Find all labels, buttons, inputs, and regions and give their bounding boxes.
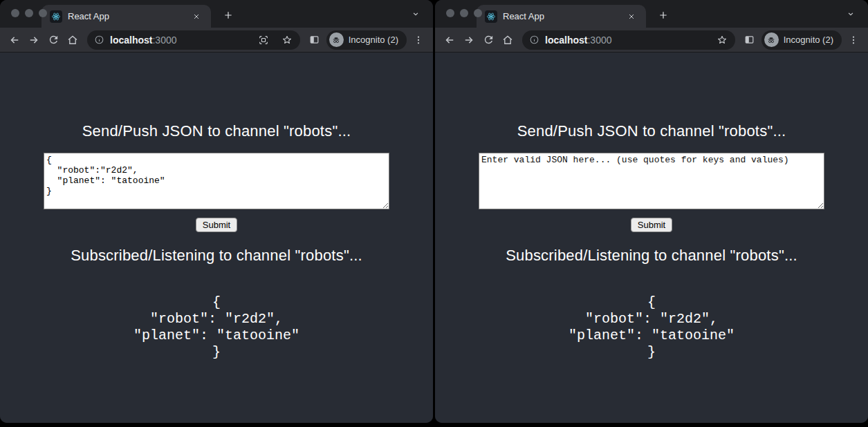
tab-close-button[interactable] xyxy=(189,9,204,24)
star-icon xyxy=(717,35,728,46)
side-panel-icon xyxy=(308,34,320,46)
listen-heading: Subscribed/Listening to channel "robots"… xyxy=(435,247,868,265)
tab-title: React App xyxy=(503,11,618,21)
window-minimize-button[interactable] xyxy=(25,9,33,17)
reload-button[interactable] xyxy=(479,31,497,49)
site-info-icon[interactable] xyxy=(529,35,539,45)
window-close-button[interactable] xyxy=(11,9,19,17)
home-button[interactable] xyxy=(499,31,517,49)
home-icon xyxy=(501,34,514,46)
window-minimize-button[interactable] xyxy=(460,9,468,17)
incognito-avatar xyxy=(329,32,344,47)
back-icon xyxy=(8,34,21,46)
submit-button[interactable]: Submit xyxy=(631,218,672,232)
menu-button[interactable] xyxy=(844,31,862,49)
reload-button[interactable] xyxy=(44,31,62,49)
incognito-badge[interactable]: Incognito (2) xyxy=(761,30,842,50)
address-bar[interactable]: localhost:3000 xyxy=(87,30,300,50)
traffic-lights xyxy=(11,9,47,17)
url-text[interactable]: localhost:3000 xyxy=(110,35,249,46)
send-heading: Send/Push JSON to channel "robots"... xyxy=(0,122,433,140)
json-output: { "robot": "r2d2", "planet": "tatooine" … xyxy=(435,294,868,361)
site-info-icon[interactable] xyxy=(94,35,104,45)
menu-button[interactable] xyxy=(409,31,427,49)
output-line: "planet": "tatooine" xyxy=(435,328,868,344)
page-content: Send/Push JSON to channel "robots"... Su… xyxy=(435,53,868,423)
forward-icon xyxy=(28,34,40,46)
back-button[interactable] xyxy=(6,31,24,49)
tab-strip: React App xyxy=(0,0,433,28)
url-host: localhost xyxy=(545,35,587,46)
reload-icon xyxy=(48,34,59,46)
close-icon xyxy=(192,12,201,21)
json-output: { "robot": "r2d2", "planet": "tatooine" … xyxy=(0,294,433,361)
forward-icon xyxy=(463,34,475,46)
submit-button[interactable]: Submit xyxy=(196,218,237,232)
bookmark-star-button[interactable] xyxy=(713,31,731,49)
tab-search-button[interactable] xyxy=(842,5,860,23)
star-icon xyxy=(281,35,293,46)
back-button[interactable] xyxy=(441,31,459,49)
react-logo-icon xyxy=(485,10,497,23)
output-line: { xyxy=(0,294,433,311)
back-icon xyxy=(443,34,456,46)
page-content: Send/Push JSON to channel "robots"... { … xyxy=(0,53,433,423)
browser-tab[interactable]: React App xyxy=(41,5,211,28)
react-logo-icon xyxy=(50,10,62,23)
output-line: { xyxy=(435,294,868,311)
listen-heading: Subscribed/Listening to channel "robots"… xyxy=(0,247,433,265)
incognito-label: Incognito (2) xyxy=(349,35,398,45)
close-icon xyxy=(627,12,636,21)
json-input[interactable] xyxy=(479,153,824,209)
traffic-lights xyxy=(446,9,482,17)
output-line: "robot": "r2d2", xyxy=(435,311,868,328)
url-port: :3000 xyxy=(152,35,176,46)
capture-region-icon xyxy=(258,35,269,46)
side-panel-button[interactable] xyxy=(306,31,324,49)
side-panel-button[interactable] xyxy=(741,31,759,49)
browser-window-right: React App xyxy=(435,0,868,423)
url-host: localhost xyxy=(110,35,152,46)
tab-search-button[interactable] xyxy=(407,5,425,23)
json-input[interactable]: { "robot":"r2d2", "planet": "tatooine" } xyxy=(44,153,389,209)
reload-icon xyxy=(483,34,495,46)
url-text[interactable]: localhost:3000 xyxy=(545,35,708,46)
kebab-menu-icon xyxy=(413,35,424,46)
tab-strip: React App xyxy=(435,0,868,28)
browser-tab[interactable]: React App xyxy=(477,5,646,28)
window-close-button[interactable] xyxy=(446,9,454,17)
new-tab-button[interactable] xyxy=(219,6,237,24)
url-port: :3000 xyxy=(587,35,611,46)
chevron-down-icon xyxy=(846,9,856,19)
window-zoom-button[interactable] xyxy=(39,9,47,17)
window-zoom-button[interactable] xyxy=(474,9,482,17)
tab-close-button[interactable] xyxy=(624,9,639,24)
incognito-badge[interactable]: Incognito (2) xyxy=(326,30,407,50)
capture-region-button[interactable] xyxy=(255,31,273,49)
kebab-menu-icon xyxy=(848,35,859,46)
plus-icon xyxy=(658,10,669,21)
toolbar: localhost:3000 xyxy=(435,28,868,53)
toolbar: localhost:3000 xyxy=(0,28,433,53)
output-line: } xyxy=(0,344,433,361)
side-panel-icon xyxy=(744,34,755,46)
output-line: "planet": "tatooine" xyxy=(0,328,433,344)
home-icon xyxy=(66,34,79,46)
plus-icon xyxy=(223,10,234,21)
send-heading: Send/Push JSON to channel "robots"... xyxy=(435,122,868,140)
home-button[interactable] xyxy=(64,31,82,49)
new-tab-button[interactable] xyxy=(654,6,672,24)
incognito-label: Incognito (2) xyxy=(784,35,833,45)
tab-title: React App xyxy=(68,11,183,21)
chevron-down-icon xyxy=(411,9,421,19)
browser-window-left: React App xyxy=(0,0,433,423)
forward-button[interactable] xyxy=(460,31,478,49)
bookmark-star-button[interactable] xyxy=(278,31,296,49)
address-bar[interactable]: localhost:3000 xyxy=(522,30,735,50)
output-line: } xyxy=(435,344,868,361)
incognito-icon xyxy=(331,35,341,45)
incognito-avatar xyxy=(764,32,779,47)
incognito-icon xyxy=(766,35,776,45)
forward-button[interactable] xyxy=(25,31,43,49)
output-line: "robot": "r2d2", xyxy=(0,311,433,328)
